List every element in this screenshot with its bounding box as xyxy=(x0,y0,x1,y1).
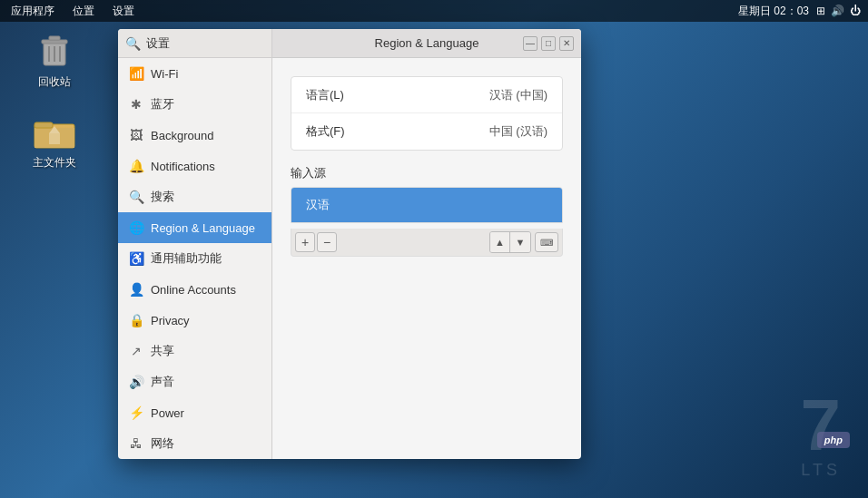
accessibility-icon: ♿ xyxy=(129,251,143,266)
desktop: 应用程序 位置 设置 星期日 02：03 ⊞ 🔊 ⏻ xyxy=(0,0,868,498)
desktop-icon-home[interactable]: 主文件夹 xyxy=(18,108,91,171)
desktop-watermark-number: 7 xyxy=(801,389,842,462)
sidebar-item-share[interactable]: ↗ 共享 xyxy=(118,336,271,366)
sidebar-item-region[interactable]: 🌐 Region & Language xyxy=(118,212,271,243)
sidebar-label-background: Background xyxy=(151,129,213,142)
panel-right: 星期日 02：03 ⊞ 🔊 ⏻ xyxy=(738,4,861,19)
language-label: 语言(L) xyxy=(306,87,489,103)
region-content: 语言(L) 汉语 (中国) 格式(F) 中国 (汉语) 输入源 汉语 + xyxy=(272,58,581,459)
sidebar-item-background[interactable]: 🖼 Background xyxy=(118,120,271,151)
clock: 星期日 02：03 xyxy=(738,4,809,19)
language-value: 汉语 (中国) xyxy=(489,87,547,103)
share-icon: ↗ xyxy=(129,344,143,358)
sidebar-label-network: 网络 xyxy=(151,435,174,452)
add-input-source-button[interactable]: + xyxy=(295,232,315,252)
sidebar-item-network[interactable]: 🖧 网络 xyxy=(118,428,271,459)
sidebar-item-privacy[interactable]: 🔒 Privacy xyxy=(118,305,271,336)
sidebar-item-power[interactable]: ⚡ Power xyxy=(118,397,271,428)
format-value: 中国 (汉语) xyxy=(489,123,547,140)
sidebar-label-bluetooth: 蓝牙 xyxy=(151,96,174,112)
sidebar-item-bluetooth[interactable]: ✱ 蓝牙 xyxy=(118,89,271,120)
trash-icon xyxy=(33,27,76,71)
sidebar-label-accessibility: 通用辅助功能 xyxy=(151,250,222,267)
lang-format-section: 语言(L) 汉语 (中国) 格式(F) 中国 (汉语) xyxy=(291,76,563,151)
region-titlebar: Region & Language — □ ✕ xyxy=(272,29,581,58)
privacy-icon: 🔒 xyxy=(129,313,143,327)
sidebar-items-list: 📶 Wi-Fi ✱ 蓝牙 🖼 Background 🔔 Notification… xyxy=(118,58,271,459)
minimize-button[interactable]: — xyxy=(523,36,538,51)
desktop-icons: 回收站 主文件夹 xyxy=(18,27,91,171)
settings-window: 🔍 设置 📶 Wi-Fi ✱ 蓝牙 🖼 Background 🔔 xyxy=(118,29,581,459)
svg-rect-9 xyxy=(35,122,53,128)
sidebar-title: 设置 xyxy=(146,35,170,52)
sidebar: 🔍 设置 📶 Wi-Fi ✱ 蓝牙 🖼 Background 🔔 xyxy=(118,29,272,459)
desktop-watermark-text: LTS xyxy=(801,461,841,480)
move-down-button[interactable]: ▼ xyxy=(510,232,530,252)
input-toolbar: + − ▲ ▼ ⌨ xyxy=(291,229,563,257)
sidebar-label-sound: 声音 xyxy=(151,374,174,390)
sidebar-header: 🔍 设置 xyxy=(118,29,271,58)
sidebar-search-icon: 🔍 xyxy=(125,36,141,51)
sidebar-item-notifications[interactable]: 🔔 Notifications xyxy=(118,151,271,181)
php-badge: php xyxy=(817,432,850,448)
power-icon: ⏻ xyxy=(850,5,861,17)
region-icon: 🌐 xyxy=(129,220,143,235)
sidebar-label-power: Power xyxy=(151,406,184,420)
wifi-icon: 📶 xyxy=(129,66,143,81)
sidebar-label-notifications: Notifications xyxy=(151,160,215,173)
menu-apps[interactable]: 应用程序 xyxy=(7,4,58,19)
online-accounts-icon: 👤 xyxy=(129,282,143,297)
system-tray: ⊞ 🔊 ⏻ xyxy=(816,5,861,17)
sidebar-label-online-accounts: Online Accounts xyxy=(151,283,236,297)
sidebar-label-privacy: Privacy xyxy=(151,314,190,327)
network-icon: ⊞ xyxy=(816,5,825,17)
svg-rect-2 xyxy=(49,36,60,40)
region-language-panel: Region & Language — □ ✕ 语言(L) 汉语 (中国) 格式… xyxy=(272,29,581,459)
sidebar-label-region: Region & Language xyxy=(151,221,255,235)
power-icon-sidebar: ⚡ xyxy=(129,405,143,420)
sidebar-item-search[interactable]: 🔍 搜索 xyxy=(118,181,271,212)
sidebar-item-sound[interactable]: 🔊 声音 xyxy=(118,366,271,397)
menu-places[interactable]: 位置 xyxy=(69,4,98,19)
input-sources-section: 输入源 汉语 + − ▲ ▼ ⌨ xyxy=(291,165,563,257)
input-sources-title: 输入源 xyxy=(291,165,563,181)
language-row[interactable]: 语言(L) 汉语 (中国) xyxy=(291,77,562,113)
panel-left: 应用程序 位置 设置 xyxy=(7,4,738,19)
trash-label: 回收站 xyxy=(38,74,71,90)
format-label: 格式(F) xyxy=(306,123,489,140)
sidebar-label-search: 搜索 xyxy=(151,189,174,205)
input-source-hanyu[interactable]: 汉语 xyxy=(291,188,562,222)
sidebar-label-wifi: Wi-Fi xyxy=(151,67,178,81)
format-row[interactable]: 格式(F) 中国 (汉语) xyxy=(291,113,562,150)
notifications-icon: 🔔 xyxy=(129,159,143,173)
sidebar-label-share: 共享 xyxy=(151,343,174,359)
desktop-icon-trash[interactable]: 回收站 xyxy=(18,27,91,90)
close-button[interactable]: ✕ xyxy=(559,36,574,51)
sound-icon-sidebar: 🔊 xyxy=(129,375,143,389)
search-icon: 🔍 xyxy=(129,190,143,204)
svg-rect-10 xyxy=(49,133,60,144)
move-up-button[interactable]: ▲ xyxy=(490,232,510,252)
sound-icon: 🔊 xyxy=(831,5,844,17)
menu-settings[interactable]: 设置 xyxy=(109,4,138,19)
background-icon: 🖼 xyxy=(129,128,143,142)
reorder-arrows: ▲ ▼ xyxy=(489,231,531,253)
remove-input-source-button[interactable]: − xyxy=(317,232,337,252)
sidebar-item-accessibility[interactable]: ♿ 通用辅助功能 xyxy=(118,243,271,274)
maximize-button[interactable]: □ xyxy=(541,36,556,51)
input-sources-list: 汉语 xyxy=(291,187,563,223)
svg-rect-1 xyxy=(42,40,67,44)
window-controls: — □ ✕ xyxy=(523,36,574,51)
sidebar-item-online-accounts[interactable]: 👤 Online Accounts xyxy=(118,274,271,305)
bluetooth-icon: ✱ xyxy=(129,97,143,112)
top-panel: 应用程序 位置 设置 星期日 02：03 ⊞ 🔊 ⏻ xyxy=(0,0,868,22)
home-label: 主文件夹 xyxy=(33,155,76,171)
sidebar-item-wifi[interactable]: 📶 Wi-Fi xyxy=(118,58,271,89)
network-icon-sidebar: 🖧 xyxy=(129,436,143,451)
keyboard-settings-button[interactable]: ⌨ xyxy=(535,232,558,252)
home-folder-icon xyxy=(33,108,76,151)
